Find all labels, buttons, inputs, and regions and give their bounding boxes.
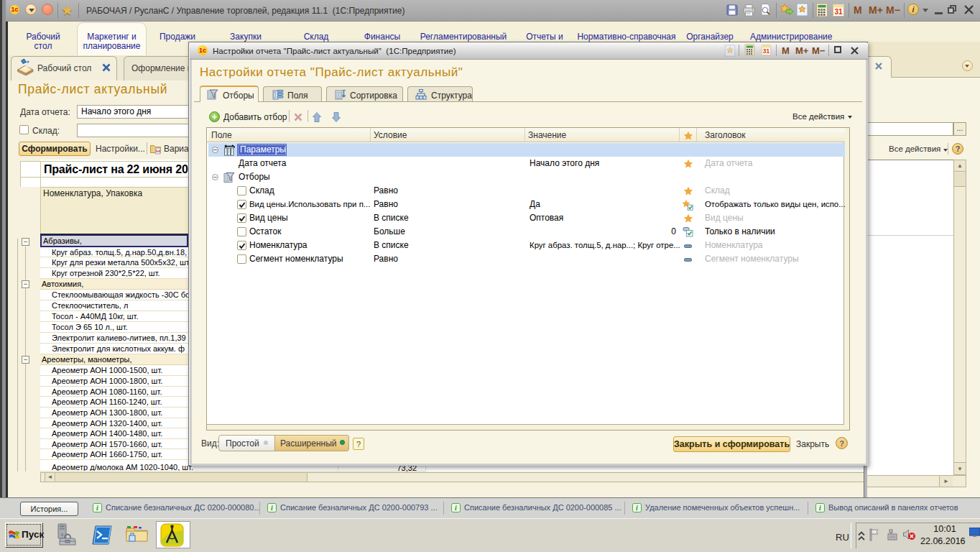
svg-text:i: i <box>819 504 821 512</box>
svg-text:31: 31 <box>834 8 843 16</box>
svg-text:i: i <box>455 504 457 512</box>
svg-text:i: i <box>271 504 273 512</box>
svg-text:i: i <box>96 504 98 512</box>
svg-text:i: i <box>636 504 638 512</box>
svg-text:31: 31 <box>763 47 770 55</box>
